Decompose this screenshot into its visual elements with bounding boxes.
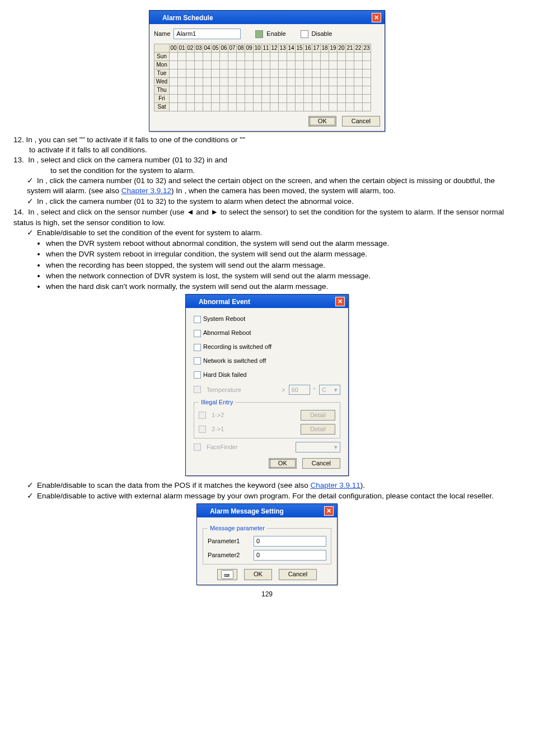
ie-2-1-label: 2->1 [212, 425, 224, 433]
ie-2-1-checkbox [199, 426, 206, 433]
close-icon[interactable]: ✕ [335, 297, 345, 306]
network-off-label: Network is switched off [203, 357, 266, 364]
item-13-sub2: In , click the camera number (01 to 32) … [27, 197, 521, 207]
detail-button-2: Detail [301, 424, 335, 435]
parameter2-input[interactable]: 0 [254, 550, 326, 561]
close-icon[interactable]: ✕ [324, 506, 334, 516]
disable-label: Disable [312, 30, 332, 38]
cancel-button[interactable]: Cancel [342, 116, 380, 127]
ok-button[interactable]: OK [308, 116, 336, 127]
illegal-entry-legend: Illegal Entry [199, 398, 235, 407]
bullet-system-reboot: when the DVR system reboot without abnor… [46, 239, 521, 249]
chapter-3-9-12-link[interactable]: Chapter 3.9.12 [121, 186, 171, 195]
detail-button-1: Detail [301, 410, 335, 421]
item-14: 14. In , select and click on the sensor … [13, 207, 521, 227]
item-12-cont: to activate if it falls to all condition… [13, 145, 521, 155]
parameter2-label: Parameter2 [208, 551, 250, 559]
abnormal-reboot-checkbox[interactable] [194, 330, 201, 337]
name-input[interactable]: Alarm1 [174, 29, 241, 39]
facefinder-select: ▾ [296, 442, 340, 452]
pos-keyword-item: Enable/disable to scan the data from the… [27, 480, 521, 491]
item-13-cont: to set the condition for the system to a… [13, 166, 521, 176]
hard-disk-label: Hard Disk failed [203, 371, 247, 378]
temperature-unit-select: C▾ [319, 385, 340, 395]
disable-swatch [301, 30, 308, 38]
abnormal-reboot-label: Abnormal Reboot [203, 329, 251, 336]
ie-1-2-label: 1->2 [212, 411, 224, 419]
bullet-recording-off: when the recording has been stopped, the… [46, 260, 521, 270]
bullet-abnormal-reboot: when the DVR system reboot in irregular … [46, 249, 521, 259]
schedule-grid[interactable]: 0001020304050607080910111213141516171819… [154, 44, 371, 111]
cancel-button[interactable]: Cancel [279, 569, 317, 580]
name-label: Name [154, 30, 170, 38]
ok-button[interactable]: OK [244, 569, 272, 580]
dialog-titlebar: Alarm Schedule ✕ [149, 11, 385, 24]
external-alarm-item: Enable/disable to active with external a… [27, 491, 521, 501]
facefinder-checkbox [194, 444, 201, 451]
page-number: 129 [13, 590, 521, 599]
message-parameter-legend: Message parameter [208, 524, 267, 533]
ok-button[interactable]: OK [269, 458, 297, 469]
dialog-titlebar: Abnormal Event ✕ [186, 295, 348, 308]
recording-off-checkbox[interactable] [194, 344, 201, 351]
item-12: 12. In , you can set "" to activate if i… [13, 135, 521, 145]
app-icon [200, 506, 208, 514]
item-13-sub1: In , click the camera number (01 to 32) … [27, 176, 521, 196]
illegal-entry-group: Illegal Entry 1->2Detail 2->1Detail [194, 398, 340, 438]
parameter1-label: Parameter1 [208, 537, 250, 545]
alarm-schedule-dialog: Alarm Schedule ✕ Name Alarm1 Enable Disa… [149, 10, 385, 132]
network-off-checkbox[interactable] [194, 357, 201, 365]
enable-swatch [255, 30, 263, 38]
cancel-button[interactable]: Cancel [302, 458, 340, 469]
chevron-down-icon: ▾ [334, 443, 338, 451]
bullet-network-off: when the network connection of DVR syste… [46, 271, 521, 281]
keyboard-button[interactable]: ⌨ [217, 569, 237, 580]
bullet-hard-disk: when the hard disk can't work normally, … [46, 282, 521, 292]
alarm-message-dialog: Alarm Message Setting ✕ Message paramete… [196, 503, 338, 585]
dialog-title: Alarm Message Setting [210, 507, 284, 515]
enable-label: Enable [266, 30, 285, 38]
system-reboot-label: System Reboot [203, 315, 245, 322]
dialog-titlebar: Alarm Message Setting ✕ [197, 504, 337, 517]
hard-disk-checkbox[interactable] [194, 371, 201, 379]
system-reboot-checkbox[interactable] [194, 316, 201, 323]
app-icon [189, 296, 197, 304]
message-parameter-group: Message parameter Parameter10 Parameter2… [203, 524, 331, 564]
temperature-checkbox [194, 386, 201, 393]
recording-off-label: Recording is switched off [203, 343, 271, 350]
dialog-title: Abnormal Event [199, 298, 250, 306]
item-13: 13. In , select and click on the camera … [13, 155, 521, 165]
parameter1-input[interactable]: 0 [254, 536, 326, 547]
item-14-sub1: Enable/disable to set the condition of t… [27, 228, 521, 238]
temperature-input: 60 [289, 385, 310, 395]
abnormal-event-dialog: Abnormal Event ✕ System Reboot Abnormal … [185, 294, 349, 475]
facefinder-label: FaceFinder [207, 443, 238, 451]
chapter-3-9-11-link[interactable]: Chapter 3.9.11 [311, 481, 360, 489]
keyboard-icon: ⌨ [221, 570, 233, 579]
close-icon[interactable]: ✕ [372, 13, 381, 22]
chevron-down-icon: ▾ [334, 386, 338, 394]
dialog-title: Alarm Schedule [162, 14, 213, 22]
app-icon [153, 12, 161, 20]
temperature-label: Temperature [207, 386, 241, 394]
ie-1-2-checkbox [199, 412, 206, 419]
